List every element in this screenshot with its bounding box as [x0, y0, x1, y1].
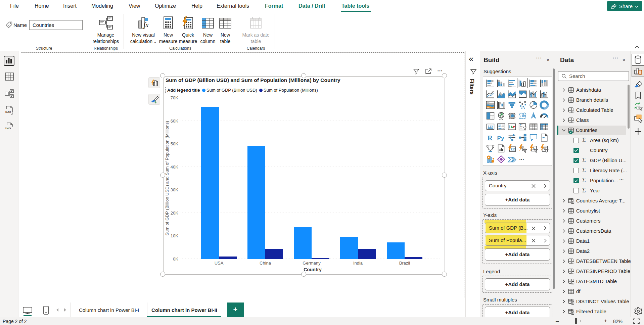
svg-text:R: R: [488, 134, 493, 142]
svg-text:TMDL: TMDL: [5, 127, 12, 130]
svg-text:Country: Country: [304, 267, 322, 272]
svg-text:⋯: ⋯: [519, 156, 524, 162]
svg-text:40K: 40K: [171, 165, 178, 170]
svg-text:China: China: [260, 261, 271, 266]
svg-text:123: 123: [488, 125, 493, 128]
svg-text:Brazil: Brazil: [399, 261, 410, 266]
svg-text:Py: Py: [497, 135, 504, 141]
svg-text:DAX: DAX: [5, 110, 11, 113]
svg-text:Germany: Germany: [303, 261, 321, 266]
svg-text:123: 123: [511, 148, 516, 151]
svg-text:USA: USA: [215, 261, 224, 266]
svg-text:India: India: [353, 261, 363, 266]
svg-text:0K: 0K: [173, 257, 178, 262]
svg-text:50K: 50K: [171, 141, 178, 146]
svg-text:30K: 30K: [171, 187, 178, 192]
svg-text:Sum of GDP (Billion USD) and S: Sum of GDP (Billion USD) and Sum of Popu…: [165, 121, 170, 236]
svg-text:70K: 70K: [171, 95, 178, 100]
svg-text:fx: fx: [143, 20, 149, 29]
svg-text:60K: 60K: [171, 119, 178, 124]
svg-text:20K: 20K: [171, 211, 178, 216]
svg-text:10K: 10K: [171, 233, 178, 238]
